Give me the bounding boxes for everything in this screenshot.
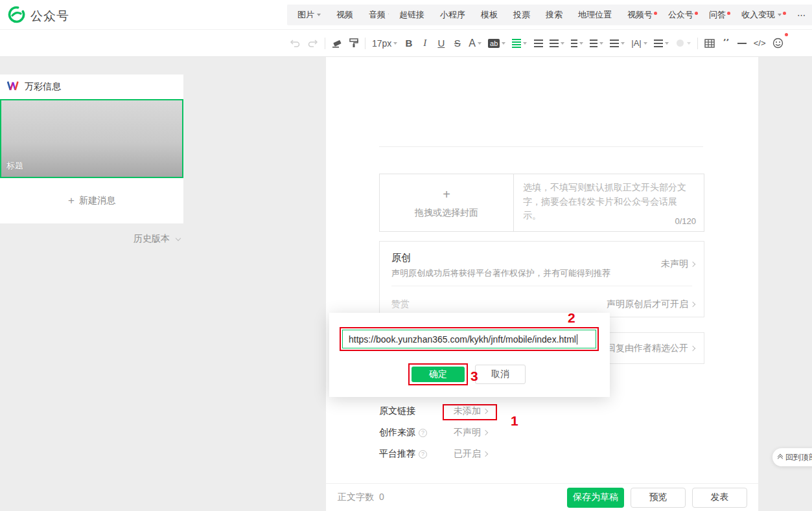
- cancel-button[interactable]: 取消: [475, 365, 526, 384]
- double-chevron-up-icon: [778, 455, 782, 460]
- line-height-button[interactable]: [548, 35, 566, 52]
- platform-recommend-row: 平台推荐? 已开启: [379, 448, 487, 460]
- notification-dot: [695, 12, 698, 15]
- redo-icon[interactable]: [305, 35, 320, 52]
- chevron-down-icon: [502, 42, 505, 45]
- theme-disabled-icon[interactable]: [673, 35, 693, 52]
- title-divider: [379, 146, 703, 147]
- help-icon: ?: [419, 429, 427, 437]
- nav-item-template[interactable]: 模板: [473, 9, 505, 21]
- font-size-select[interactable]: 17px: [370, 35, 399, 52]
- digest-placeholder: 选填，不填写则默认抓取正文开头部分文字，摘要会在转发卡片和公众号会话展示。: [523, 181, 695, 223]
- notification-dot: [785, 33, 788, 36]
- nav-item-search[interactable]: 搜索: [538, 9, 570, 21]
- notification-dot: [783, 12, 786, 15]
- original-declaration-card: 原创 声明原创成功后将获得平台著作权保护，并有可能得到推荐 未声明 赞赏 声明原…: [379, 241, 704, 317]
- bold-button[interactable]: B: [402, 35, 415, 52]
- article-editor: + 拖拽或选择封面 选填，不填写则默认抓取正文开头部分文字，摘要会在转发卡片和公…: [326, 57, 758, 511]
- chevron-down-icon: [621, 42, 625, 45]
- annotation-box-confirm: 确定: [408, 363, 468, 385]
- original-description: 声明原创成功后将获得平台著作权保护，并有可能得到推荐: [391, 267, 610, 279]
- chevron-right-icon: [483, 451, 488, 457]
- paragraph-spacing-button[interactable]: [569, 35, 585, 52]
- annotation-step-1: 1: [511, 413, 518, 429]
- app-header: 公众号 图片 视频 音频 超链接 小程序 模板 投票 搜索 地理位置 视频号 公…: [0, 0, 812, 30]
- nav-item-more[interactable]: ⋯: [789, 10, 812, 20]
- toolbar-divider: [325, 38, 325, 49]
- chevron-down-icon: [778, 14, 782, 16]
- digest-input[interactable]: 选填，不填写则默认抓取正文开头部分文字，摘要会在转发卡片和公众号会话展示。 0/…: [514, 174, 704, 232]
- indent-increase-icon[interactable]: [531, 35, 545, 52]
- nav-item-location[interactable]: 地理位置: [570, 9, 620, 21]
- notification-dot: [727, 12, 730, 15]
- font-color-button[interactable]: A: [467, 35, 483, 52]
- chevron-down-icon: [393, 42, 397, 45]
- letter-spacing-button[interactable]: |A|: [629, 35, 649, 52]
- url-input[interactable]: https://book.yunzhan365.com/kykh/jnft/mo…: [342, 330, 596, 348]
- reward-status-link[interactable]: 声明原创后才可开启: [607, 299, 695, 310]
- confirm-button[interactable]: 确定: [412, 367, 465, 382]
- toolbar-divider: [697, 38, 698, 49]
- blockquote-icon[interactable]: ”: [719, 35, 733, 52]
- outdent-button[interactable]: [608, 35, 627, 52]
- align-button[interactable]: [510, 35, 529, 52]
- preview-button[interactable]: 预览: [631, 488, 686, 508]
- history-versions-link[interactable]: 历史版本: [0, 233, 183, 245]
- highlight-button[interactable]: ab: [486, 35, 507, 52]
- nav-item-channels[interactable]: 视频号: [620, 9, 660, 21]
- original-status-link[interactable]: 未声明: [661, 258, 695, 270]
- format-clear-icon[interactable]: [330, 35, 344, 52]
- plus-icon: +: [443, 187, 450, 202]
- emoji-icon[interactable]: [771, 35, 785, 52]
- plus-icon: +: [68, 194, 75, 207]
- cover-upload-area[interactable]: + 拖拽或选择封面: [379, 174, 514, 232]
- logo: 公众号: [8, 6, 69, 26]
- chevron-right-icon: [690, 302, 695, 307]
- chevron-right-icon: [483, 430, 488, 435]
- editor-footer: 正文字数0 保存为草稿 预览 发表: [326, 483, 758, 511]
- chevron-down-icon: [644, 42, 647, 45]
- app-title: 公众号: [30, 8, 69, 25]
- new-message-button[interactable]: + 新建消息: [0, 178, 183, 223]
- back-to-top-button[interactable]: 回到顶部: [772, 448, 812, 466]
- nav-item-monetize[interactable]: 收入变现: [734, 9, 789, 21]
- wechat-official-logo-icon: [8, 6, 25, 26]
- format-painter-icon[interactable]: [347, 35, 360, 52]
- message-sidebar: 万彩信息 标题 + 新建消息: [0, 74, 183, 223]
- underline-button[interactable]: U: [434, 35, 448, 52]
- message-card-selected[interactable]: 标题: [0, 99, 183, 178]
- creation-source-label: 创作来源?: [379, 427, 454, 438]
- source-link-dialog: https://book.yunzhan365.com/kykh/jnft/mo…: [329, 313, 610, 397]
- nav-item-vote[interactable]: 投票: [505, 9, 538, 21]
- strikethrough-button[interactable]: S: [450, 35, 464, 52]
- creation-source-row: 创作来源? 不声明: [379, 426, 487, 439]
- horizontal-rule-icon[interactable]: [736, 35, 749, 52]
- publish-button[interactable]: 发表: [692, 488, 747, 508]
- creation-source-value[interactable]: 不声明: [454, 427, 487, 438]
- notification-dot: [654, 12, 657, 15]
- list-button[interactable]: [652, 35, 671, 52]
- undo-icon[interactable]: [288, 35, 303, 52]
- digest-counter: 0/120: [675, 216, 696, 226]
- format-toolbar: 17px B I U S A ab |A| ” </>: [0, 30, 812, 57]
- table-icon[interactable]: [702, 35, 717, 52]
- nav-item-official-account[interactable]: 公众号: [660, 9, 701, 21]
- italic-button[interactable]: I: [418, 35, 432, 52]
- code-icon[interactable]: </>: [752, 35, 768, 52]
- nav-item-image[interactable]: 图片: [290, 9, 329, 21]
- annotation-step-2: 2: [568, 310, 575, 326]
- platform-recommend-value[interactable]: 已开启: [454, 448, 487, 460]
- comment-settings-link[interactable]: 和回复由作者精选公开: [597, 343, 695, 354]
- chevron-down-icon: [561, 42, 564, 45]
- nav-item-video[interactable]: 视频: [329, 9, 361, 21]
- nav-item-hyperlink[interactable]: 超链接: [391, 9, 432, 21]
- word-count: 正文字数0: [338, 492, 384, 503]
- nav-item-mini-program[interactable]: 小程序: [432, 9, 473, 21]
- align-lines-icon: [512, 39, 521, 40]
- save-draft-button[interactable]: 保存为草稿: [567, 488, 624, 508]
- message-card-title: 标题: [6, 160, 23, 172]
- align-center-button[interactable]: [588, 35, 605, 52]
- chevron-down-icon: [176, 235, 181, 240]
- nav-item-qa[interactable]: 问答: [701, 9, 734, 21]
- account-row: 万彩信息: [0, 74, 183, 99]
